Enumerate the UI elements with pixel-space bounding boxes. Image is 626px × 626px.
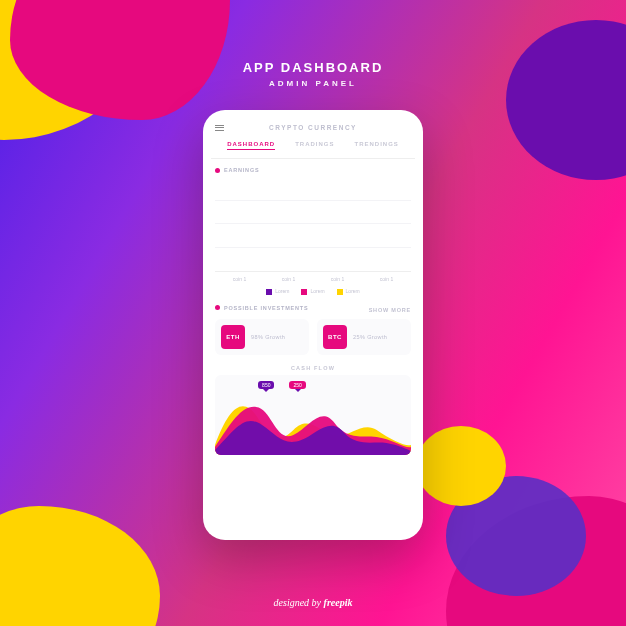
- cashflow-area-chart: 850 250: [215, 375, 411, 455]
- gridline: [215, 223, 411, 224]
- page-header: APP DASHBOARD ADMIN PANEL: [0, 60, 626, 88]
- earnings-bar-chart: [215, 177, 411, 272]
- legend-item: Lorem: [266, 288, 289, 295]
- footer-credit: designed by freepik: [0, 597, 626, 608]
- gridline: [215, 200, 411, 201]
- investments-header: POSSIBLE INVESTMENTS SHOW MORE: [215, 305, 411, 315]
- cashflow-label: CASH FLOW: [215, 365, 411, 371]
- investment-card[interactable]: BTC 25% Growth: [317, 319, 411, 355]
- dot-icon: [215, 168, 220, 173]
- credit-prefix: designed by: [274, 597, 324, 608]
- blob-shape: [416, 426, 506, 506]
- investment-card[interactable]: ETH 98% Growth: [215, 319, 309, 355]
- divider: [211, 158, 415, 159]
- tab-bar: DASHBOARD TRADINGS TRENDINGS: [215, 141, 411, 150]
- app-title: CRYPTO CURRENCY: [232, 124, 394, 131]
- ticker-badge: BTC: [323, 325, 347, 349]
- phone-frame: CRYPTO CURRENCY DASHBOARD TRADINGS TREND…: [203, 110, 423, 540]
- menu-icon[interactable]: [215, 125, 224, 131]
- page-title: APP DASHBOARD: [0, 60, 626, 75]
- chart-marker: 850: [258, 381, 274, 389]
- investments-list: ETH 98% Growth BTC 25% Growth: [215, 319, 411, 355]
- legend-item: Lorem: [301, 288, 324, 295]
- x-label: coin 1: [331, 276, 344, 282]
- tab-trendings[interactable]: TRENDINGS: [355, 141, 399, 150]
- page-subtitle: ADMIN PANEL: [0, 79, 626, 88]
- earnings-label: EARNINGS: [215, 167, 411, 173]
- area-svg: [215, 375, 411, 455]
- ticker-badge: ETH: [221, 325, 245, 349]
- phone-top-bar: CRYPTO CURRENCY: [215, 124, 411, 131]
- gridline: [215, 247, 411, 248]
- show-more-button[interactable]: SHOW MORE: [369, 307, 411, 313]
- growth-text: 25% Growth: [353, 334, 387, 340]
- blob-shape: [0, 506, 160, 626]
- chart-legend: Lorem Lorem Lorem: [215, 288, 411, 295]
- tab-tradings[interactable]: TRADINGS: [295, 141, 334, 150]
- x-label: coin 1: [380, 276, 393, 282]
- swatch-icon: [266, 289, 272, 295]
- tab-dashboard[interactable]: DASHBOARD: [227, 141, 275, 150]
- dot-icon: [215, 305, 220, 310]
- chart-marker: 250: [289, 381, 305, 389]
- earnings-label-text: EARNINGS: [224, 167, 259, 173]
- investments-label: POSSIBLE INVESTMENTS: [215, 305, 308, 311]
- swatch-icon: [301, 289, 307, 295]
- blob-shape: [506, 20, 626, 180]
- credit-brand: freepik: [324, 597, 353, 608]
- legend-item: Lorem: [337, 288, 360, 295]
- x-label: coin 1: [282, 276, 295, 282]
- growth-text: 98% Growth: [251, 334, 285, 340]
- x-axis-labels: coin 1 coin 1 coin 1 coin 1: [215, 276, 411, 282]
- swatch-icon: [337, 289, 343, 295]
- x-label: coin 1: [233, 276, 246, 282]
- investments-label-text: POSSIBLE INVESTMENTS: [224, 305, 308, 311]
